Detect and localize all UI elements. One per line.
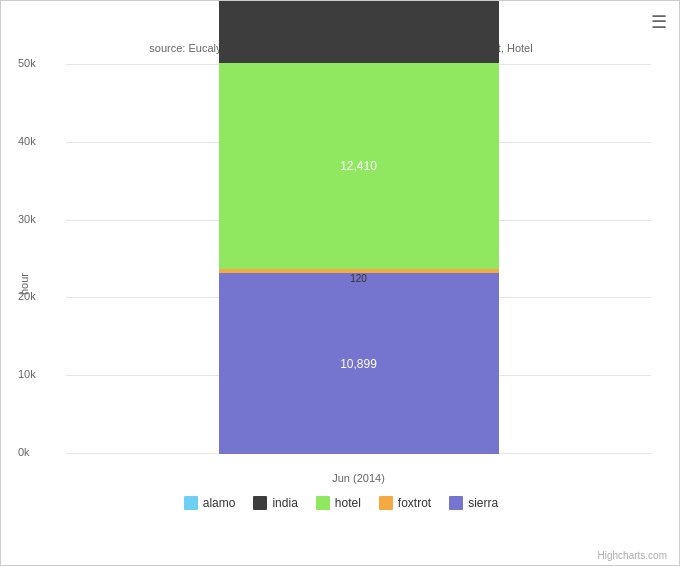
legend-item-india[interactable]: india xyxy=(253,496,297,510)
bar-segment-foxtrot: 120 xyxy=(219,269,499,273)
hamburger-button[interactable]: ☰ xyxy=(651,13,667,31)
bar-stack: 10,89912012,41021,030230 xyxy=(219,0,499,454)
y-axis-tick: 20k xyxy=(18,290,36,302)
legend-color-india xyxy=(253,496,267,510)
legend-label-foxtrot: foxtrot xyxy=(398,496,431,510)
bar-segment-top-label-foxtrot: 120 xyxy=(350,273,367,284)
y-axis-tick: 0k xyxy=(18,446,30,458)
x-axis-labels: Jun (2014) xyxy=(66,466,651,484)
y-axis-tick: 40k xyxy=(18,135,36,147)
y-axis-tick: 10k xyxy=(18,368,36,380)
chart-area: 50k40k30k20k10k0k 44,79710,89912012,4102… xyxy=(66,64,651,484)
bar-segment-hotel: 12,410 xyxy=(219,63,499,269)
legend-color-foxtrot xyxy=(379,496,393,510)
bar-group: 44,79710,89912012,41021,030230 xyxy=(219,0,499,454)
bar-segment-value-hotel: 12,410 xyxy=(340,159,377,173)
bar-segment-sierra: 10,899 xyxy=(219,273,499,454)
legend: alamoindiahotelfoxtrotsierra xyxy=(11,496,671,510)
legend-label-sierra: sierra xyxy=(468,496,498,510)
legend-label-india: india xyxy=(272,496,297,510)
highcharts-credit: Highcharts.com xyxy=(598,550,667,561)
legend-label-hotel: hotel xyxy=(335,496,361,510)
y-axis-tick: 30k xyxy=(18,213,36,225)
bar-segment-value-sierra: 10,899 xyxy=(340,357,377,371)
grid-and-bars: 50k40k30k20k10k0k 44,79710,89912012,4102… xyxy=(66,64,651,484)
x-axis-label: Jun (2014) xyxy=(332,472,385,484)
legend-color-hotel xyxy=(316,496,330,510)
bars-area: 44,79710,89912012,41021,030230 xyxy=(66,64,651,454)
legend-color-alamo xyxy=(184,496,198,510)
legend-item-foxtrot[interactable]: foxtrot xyxy=(379,496,431,510)
legend-item-hotel[interactable]: hotel xyxy=(316,496,361,510)
legend-label-alamo: alamo xyxy=(203,496,236,510)
y-axis-tick: 50k xyxy=(18,57,36,69)
bar-segment-india: 21,030230 xyxy=(219,0,499,63)
legend-color-sierra xyxy=(449,496,463,510)
legend-item-alamo[interactable]: alamo xyxy=(184,496,236,510)
chart-container: runtime (monthly) source: Eucalyptus, Op… xyxy=(1,1,680,566)
legend-item-sierra[interactable]: sierra xyxy=(449,496,498,510)
